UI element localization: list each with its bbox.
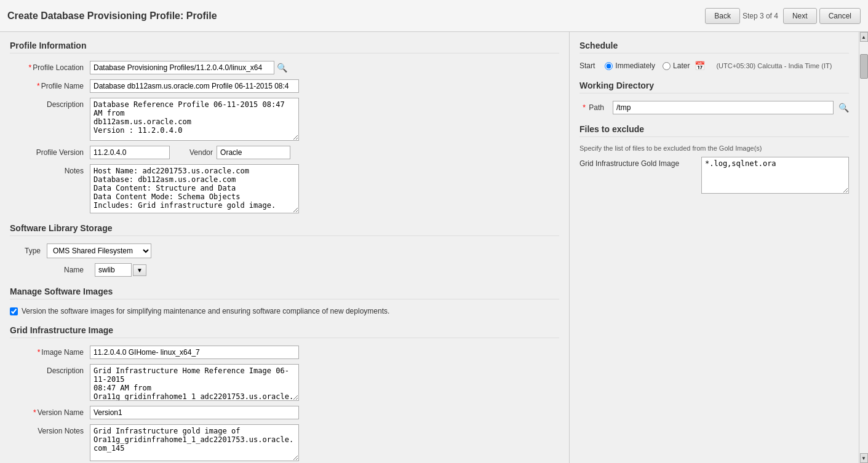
- files-exclude-section: Files to exclude Specify the list of fil…: [579, 124, 849, 194]
- img-description-textarea[interactable]: Grid Infrastructure Home Reference Image…: [90, 364, 299, 401]
- path-input[interactable]: [613, 101, 834, 114]
- later-label: Later: [673, 61, 690, 70]
- profile-name-row: *Profile Name: [10, 79, 559, 93]
- step-indicator: Step 3 of 4: [743, 12, 778, 20]
- required-star-2: *: [37, 82, 40, 90]
- radio-group: Immediately Later: [605, 61, 690, 70]
- top-bar: Create Database Provisioning Profile: Pr…: [0, 0, 868, 32]
- grid-infra-gold-label: Grid Infrastructure Gold Image: [579, 157, 696, 168]
- version-notes-row: Version Notes Grid Infrastructure gold i…: [10, 424, 559, 461]
- type-select[interactable]: OMS Shared Filesystem: [47, 243, 151, 258]
- notes-label: Notes: [10, 164, 90, 175]
- search-icon[interactable]: 🔍: [277, 63, 287, 73]
- type-row: Type OMS Shared Filesystem: [10, 243, 559, 258]
- immediately-radio-label[interactable]: Immediately: [605, 61, 655, 70]
- vendor-label: Vendor: [189, 148, 213, 157]
- exclude-description: Specify the list of files to be excluded…: [579, 144, 849, 152]
- type-label: Type: [10, 247, 47, 255]
- immediately-label: Immediately: [615, 61, 655, 70]
- profile-name-label: *Profile Name: [10, 79, 90, 90]
- version-notes-textarea[interactable]: Grid Infrastructure gold image of Ora11g…: [90, 424, 299, 461]
- left-panel: Profile Information *Profile Location 🔍 …: [0, 32, 570, 463]
- working-dir-section: Working Directory * Path 🔍: [579, 81, 849, 114]
- profile-info-title: Profile Information: [10, 41, 559, 53]
- exclude-row: Grid Infrastructure Gold Image *.log,sql…: [579, 157, 849, 194]
- img-description-row: Description Grid Infrastructure Home Ref…: [10, 364, 559, 401]
- required-star-5: *: [583, 103, 586, 112]
- later-radio-label[interactable]: Later: [663, 61, 690, 70]
- software-lib-section: Software Library Storage Type OMS Shared…: [10, 223, 559, 277]
- required-star-4: *: [33, 408, 36, 417]
- profile-location-input[interactable]: [90, 61, 274, 74]
- img-description-label: Description: [10, 364, 90, 375]
- right-panel: Schedule Start Immediately Later: [570, 32, 859, 463]
- version-notes-label: Version Notes: [10, 424, 90, 435]
- profile-location-field-group: 🔍: [90, 61, 287, 74]
- timezone-text: (UTC+05:30) Calcutta - India Time (IT): [716, 62, 832, 69]
- name-input[interactable]: [95, 263, 132, 277]
- profile-version-label: Profile Version: [10, 146, 90, 157]
- image-name-label: *Image Name: [10, 346, 90, 357]
- description-label: Description: [10, 98, 90, 109]
- image-name-row: *Image Name: [10, 346, 559, 359]
- back-button[interactable]: Back: [705, 8, 740, 24]
- profile-info-section: Profile Information *Profile Location 🔍 …: [10, 41, 559, 213]
- calendar-icon[interactable]: 📅: [695, 61, 705, 71]
- path-search-icon[interactable]: 🔍: [838, 103, 849, 113]
- scrollbar-down-arrow[interactable]: ▼: [860, 453, 868, 463]
- files-exclude-title: Files to exclude: [579, 124, 849, 137]
- version-checkbox-label: Version the software images for simplify…: [22, 307, 389, 315]
- vendor-input[interactable]: [217, 146, 290, 159]
- version-name-input[interactable]: [90, 406, 299, 419]
- required-star-3: *: [38, 348, 41, 357]
- description-textarea[interactable]: Database Reference Profile 06-11-2015 08…: [90, 98, 299, 141]
- vendor-group: Vendor: [189, 146, 290, 159]
- path-label: * Path: [579, 103, 610, 112]
- cancel-button[interactable]: Cancel: [819, 8, 861, 24]
- notes-row: Notes Host Name: adc2201753.us.oracle.co…: [10, 164, 559, 213]
- version-name-label: *Version Name: [10, 406, 90, 417]
- next-button[interactable]: Next: [783, 8, 817, 24]
- version-checkbox[interactable]: [10, 307, 18, 315]
- grid-infra-title: Grid Infrastructure Image: [10, 325, 559, 338]
- profile-version-row: Profile Version Vendor: [10, 146, 559, 159]
- software-lib-title: Software Library Storage: [10, 223, 559, 236]
- name-dropdown-button[interactable]: ▼: [133, 264, 146, 276]
- manage-title: Manage Software Images: [10, 287, 559, 299]
- top-bar-actions: Back Step 3 of 4 Next Cancel: [705, 8, 861, 24]
- grid-infra-gold-textarea[interactable]: *.log,sqlnet.ora: [701, 157, 849, 194]
- later-radio[interactable]: [663, 62, 671, 70]
- scrollbar-up-arrow[interactable]: ▲: [860, 32, 868, 42]
- schedule-section: Schedule Start Immediately Later: [579, 41, 849, 71]
- scrollbar-thumb[interactable]: [860, 54, 868, 79]
- name-row: Name ▼: [10, 263, 559, 277]
- version-checkbox-row: Version the software images for simplify…: [10, 307, 559, 315]
- profile-location-label: *Profile Location: [10, 61, 90, 72]
- schedule-start-row: Start Immediately Later 📅: [579, 61, 849, 71]
- notes-textarea[interactable]: Host Name: adc2201753.us.oracle.com Data…: [90, 164, 299, 213]
- description-row: Description Database Reference Profile 0…: [10, 98, 559, 141]
- profile-name-input[interactable]: [90, 79, 299, 93]
- grid-infra-section: Grid Infrastructure Image *Image Name De…: [10, 325, 559, 461]
- immediately-radio[interactable]: [605, 62, 613, 70]
- path-row: * Path 🔍: [579, 101, 849, 114]
- schedule-title: Schedule: [579, 41, 849, 53]
- start-label: Start: [579, 61, 595, 70]
- manage-software-section: Manage Software Images Version the softw…: [10, 287, 559, 315]
- page-title: Create Database Provisioning Profile: Pr…: [7, 10, 217, 22]
- image-name-input[interactable]: [90, 346, 299, 359]
- working-dir-title: Working Directory: [579, 81, 849, 93]
- scrollbar[interactable]: ▲ ▼: [859, 32, 868, 463]
- name-label: Name: [10, 266, 90, 274]
- name-field-group: ▼: [95, 263, 146, 277]
- profile-version-input[interactable]: [90, 146, 170, 159]
- profile-location-row: *Profile Location 🔍: [10, 61, 559, 74]
- version-name-row: *Version Name: [10, 406, 559, 419]
- profile-version-inline: Vendor: [90, 146, 290, 159]
- required-star: *: [29, 63, 32, 72]
